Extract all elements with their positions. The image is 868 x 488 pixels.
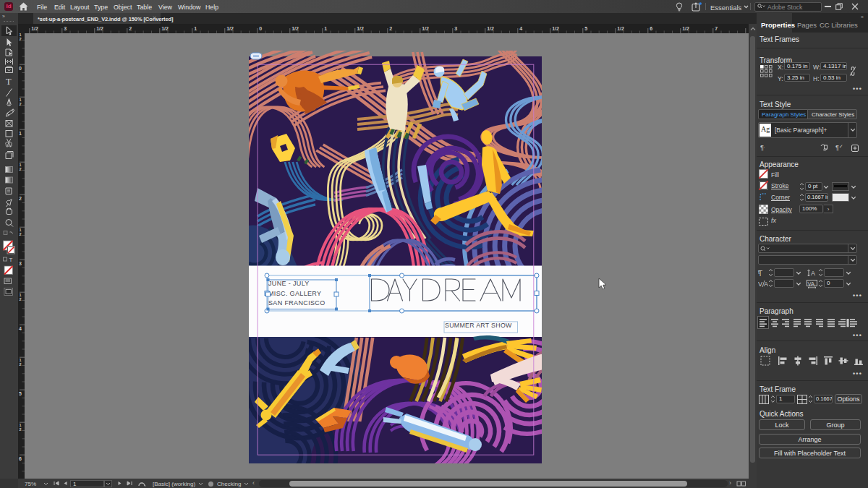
svg-text:4: 4 (19, 326, 22, 331)
svg-text:JUNE - JULY: JUNE - JULY (268, 280, 310, 287)
svg-text:1/2: 1/2 (422, 26, 429, 31)
svg-text:1/2: 1/2 (226, 26, 234, 31)
svg-text:1/2: 1/2 (161, 26, 169, 31)
svg-text:3: 3 (19, 261, 22, 266)
svg-text:2: 2 (129, 26, 132, 31)
svg-text:2: 2 (20, 37, 22, 41)
svg-text:2: 2 (20, 362, 22, 367)
svg-text:1: 1 (324, 26, 327, 31)
svg-text:1/2: 1/2 (487, 26, 494, 31)
svg-text:2: 2 (20, 102, 22, 106)
svg-text:1/2: 1/2 (96, 26, 103, 31)
svg-text:1: 1 (19, 131, 22, 136)
svg-text:1/2: 1/2 (357, 26, 364, 31)
svg-text:6: 6 (650, 26, 652, 31)
svg-text:3: 3 (64, 26, 67, 31)
svg-text:0: 0 (259, 26, 262, 31)
svg-text:1: 1 (194, 26, 197, 31)
svg-text:T: T (6, 77, 12, 87)
svg-text:2: 2 (20, 297, 22, 301)
svg-text:0: 0 (19, 66, 22, 71)
svg-text:SUMMER ART SHOW: SUMMER ART SHOW (445, 322, 512, 329)
svg-text:2: 2 (389, 26, 392, 31)
svg-text:5: 5 (19, 391, 22, 396)
svg-text:T: T (9, 257, 13, 263)
svg-text:1/2: 1/2 (552, 26, 559, 31)
svg-text:1/2: 1/2 (617, 26, 624, 31)
svg-text:3: 3 (454, 26, 457, 31)
svg-text:1/2: 1/2 (682, 26, 689, 31)
svg-text:1/2: 1/2 (31, 26, 38, 31)
svg-text:6: 6 (19, 456, 22, 461)
svg-text:2: 2 (20, 167, 22, 171)
svg-text:SAN FRANCISCO: SAN FRANCISCO (268, 299, 326, 307)
svg-text:4: 4 (519, 26, 522, 31)
svg-text:5: 5 (584, 26, 587, 31)
svg-text:2: 2 (20, 232, 22, 236)
svg-text:2: 2 (20, 427, 22, 432)
svg-text:MISC. GALLERY: MISC. GALLERY (268, 290, 321, 297)
svg-text:1/2: 1/2 (292, 26, 299, 31)
svg-text:2: 2 (19, 196, 22, 201)
svg-text:7: 7 (715, 26, 718, 31)
